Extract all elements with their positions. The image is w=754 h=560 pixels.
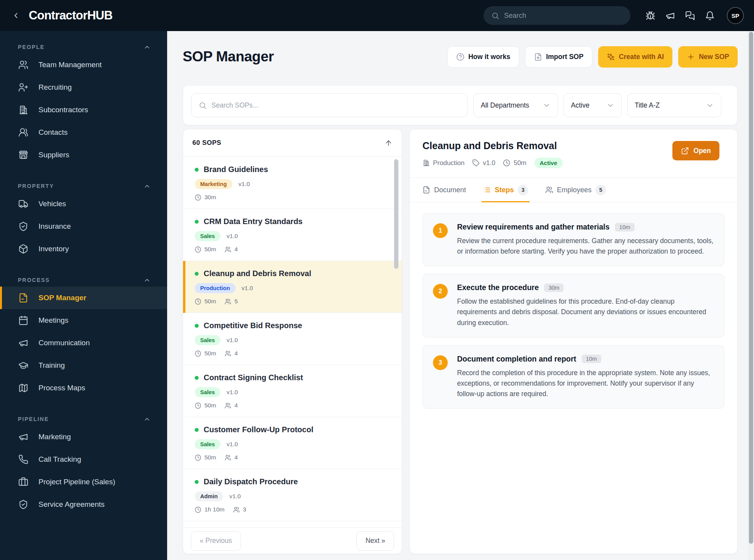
building-icon xyxy=(18,105,28,115)
list-icon xyxy=(483,186,491,194)
sop-list-item[interactable]: Brand GuidelinesMarketingv1.030m xyxy=(183,157,402,209)
clock-icon xyxy=(195,402,201,409)
step-title: Document completion and report xyxy=(457,355,576,363)
sidebar-item-sop-manager[interactable]: SOP Manager xyxy=(0,287,167,309)
sop-count: 60 SOPS xyxy=(192,139,221,147)
employee-count-label: 3 xyxy=(243,506,246,513)
sidebar-item-process-maps[interactable]: Process Maps xyxy=(0,377,167,399)
phone-icon xyxy=(18,454,28,464)
open-button[interactable]: Open xyxy=(672,141,719,160)
clock-icon xyxy=(195,506,201,513)
sop-meta: 30m xyxy=(195,194,386,201)
sidebar-item-insurance[interactable]: Insurance xyxy=(0,215,167,238)
clock-icon xyxy=(195,454,201,461)
sop-search[interactable] xyxy=(191,93,468,117)
bug-button[interactable] xyxy=(641,11,660,21)
sop-meta: 50m4 xyxy=(195,402,386,409)
sop-list-item[interactable]: CRM Data Entry StandardsSalesv1.050m4 xyxy=(183,209,402,261)
sop-search-input[interactable] xyxy=(211,101,461,110)
sidebar-section-header[interactable]: PIPELINE xyxy=(0,412,167,426)
sop-title: Daily Dispatch Procedure xyxy=(204,477,298,486)
global-search[interactable] xyxy=(483,6,630,25)
megaphone-button[interactable] xyxy=(660,11,680,21)
building-icon xyxy=(422,159,430,167)
sidebar-item-vehicles[interactable]: Vehicles xyxy=(0,193,167,215)
next-page-button[interactable]: Next » xyxy=(356,531,394,551)
detail-department: Production xyxy=(422,159,464,167)
sop-list-item[interactable]: Cleanup and Debris RemovalProductionv1.0… xyxy=(183,261,402,313)
employee-count-label: 4 xyxy=(234,246,238,253)
status-dot xyxy=(195,220,199,224)
tab-employees[interactable]: Employees5 xyxy=(545,178,606,202)
avatar[interactable]: SP xyxy=(727,7,744,24)
sidebar-section-label: PIPELINE xyxy=(18,416,49,422)
how-it-works-button[interactable]: How it works xyxy=(447,46,519,68)
status-filter-value: Active xyxy=(571,101,590,110)
sidebar-item-inventory[interactable]: Inventory xyxy=(0,238,167,260)
topbar-actions: SP xyxy=(483,6,744,25)
previous-page-button[interactable]: « Previous xyxy=(191,531,241,551)
tab-count-badge: 5 xyxy=(595,185,606,195)
step-duration-badge: 10m xyxy=(615,223,634,231)
sidebar-item-meetings[interactable]: Meetings xyxy=(0,309,167,332)
create-with-ai-button[interactable]: Create with AI xyxy=(598,46,672,68)
sidebar-item-subcontractors[interactable]: Subcontractors xyxy=(0,99,167,121)
tab-document[interactable]: Document xyxy=(422,178,466,202)
detail-version: v1.0 xyxy=(472,159,495,167)
users-icon xyxy=(545,186,553,194)
department-filter[interactable]: All Departments xyxy=(473,93,558,117)
tab-steps[interactable]: Steps3 xyxy=(483,178,528,202)
sort-filter[interactable]: Title A-Z xyxy=(627,93,721,117)
list-scrollbar[interactable] xyxy=(394,159,398,269)
sidebar-item-service-agreements[interactable]: Service Agreements xyxy=(0,493,167,516)
header-actions: How it works Import SOP Create with AI N… xyxy=(447,46,738,68)
sidebar-section-header[interactable]: PROCESS xyxy=(0,273,167,287)
detail-title: Cleanup and Debris Removal xyxy=(422,140,563,151)
sop-list-item[interactable]: Competitive Bid ResponseSalesv1.050m4 xyxy=(183,313,402,365)
sidebar-item-contacts[interactable]: Contacts xyxy=(0,121,167,144)
sidebar-item-suppliers[interactable]: Suppliers xyxy=(0,144,167,166)
shield-check-icon xyxy=(18,221,28,231)
sidebar-item-training[interactable]: Training xyxy=(0,354,167,377)
bell-button[interactable] xyxy=(700,11,720,21)
calendar-icon xyxy=(18,315,28,325)
page-scrollbar-thumb[interactable] xyxy=(749,32,753,544)
status-filter[interactable]: Active xyxy=(564,93,622,117)
sort-direction-button[interactable] xyxy=(384,139,393,147)
sop-list-item[interactable]: Daily Dispatch ProcedureFinancev1.0 xyxy=(183,521,402,527)
sop-list-item[interactable]: Contract Signing ChecklistSalesv1.050m4 xyxy=(183,365,402,417)
sidebar-section-header[interactable]: PROPERTY xyxy=(0,179,167,193)
new-sop-button[interactable]: New SOP xyxy=(678,46,738,68)
file-import-icon xyxy=(534,53,542,61)
box-icon xyxy=(18,244,28,254)
department-filter-value: All Departments xyxy=(481,101,529,110)
sop-title: Customer Follow-Up Protocol xyxy=(204,425,313,434)
clock-icon xyxy=(195,194,201,201)
sop-title: Competitive Bid Response xyxy=(204,321,302,330)
status-badge: Active xyxy=(534,158,563,168)
sidebar-section-label: PEOPLE xyxy=(18,44,45,50)
sidebar-item-project-pipeline-sales[interactable]: Project Pipeline (Sales) xyxy=(0,471,167,493)
back-button[interactable] xyxy=(12,11,20,20)
sidebar-item-marketing[interactable]: Marketing xyxy=(0,426,167,448)
sidebar-section-pipeline: PIPELINEMarketingCall TrackingProject Pi… xyxy=(0,412,167,516)
sidebar-item-call-tracking[interactable]: Call Tracking xyxy=(0,448,167,471)
sop-meta: 50m4 xyxy=(195,350,386,357)
sidebar-section-header[interactable]: PEOPLE xyxy=(0,40,167,54)
duration-label: 50m xyxy=(204,246,216,253)
sop-list-item[interactable]: Daily Dispatch ProcedureAdminv1.01h 10m3 xyxy=(183,469,402,521)
detail-duration-label: 50m xyxy=(513,159,526,167)
sidebar-item-label: Subcontractors xyxy=(38,106,88,114)
chat-button[interactable] xyxy=(680,11,700,21)
step-card: 3Document completion and report10mRecord… xyxy=(422,345,724,409)
global-search-input[interactable] xyxy=(504,12,623,20)
sidebar-item-team-management[interactable]: Team Management xyxy=(0,54,167,76)
sidebar-item-communication[interactable]: Communication xyxy=(0,332,167,354)
status-dot xyxy=(195,376,199,380)
sidebar-item-label: Team Management xyxy=(38,61,102,69)
import-sop-button[interactable]: Import SOP xyxy=(525,46,592,68)
sop-list-item[interactable]: Customer Follow-Up ProtocolSalesv1.050m4 xyxy=(183,417,402,469)
sop-list-header: 60 SOPS xyxy=(183,129,402,157)
sidebar-item-recruiting[interactable]: Recruiting xyxy=(0,76,167,99)
page-scrollbar[interactable] xyxy=(748,31,754,560)
